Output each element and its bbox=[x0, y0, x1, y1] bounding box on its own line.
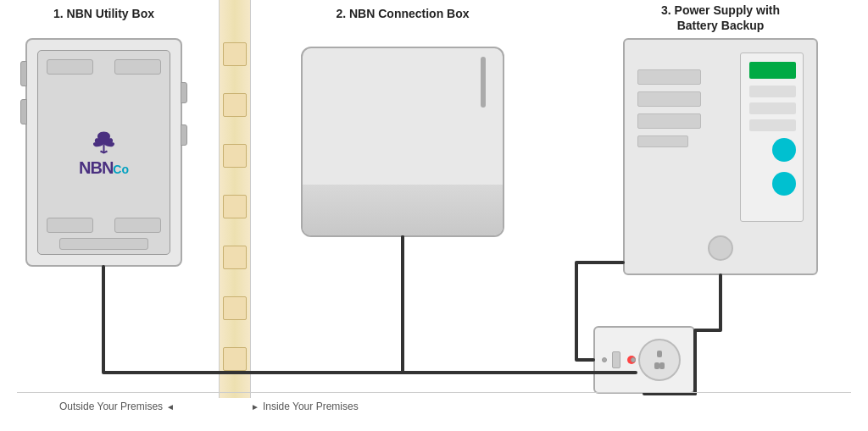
utility-box: NBN Co bbox=[25, 38, 182, 267]
inside-text: Inside Your Premises bbox=[263, 401, 359, 412]
ps-indicator bbox=[749, 119, 796, 131]
nbn-logo-text: NBN bbox=[79, 158, 113, 178]
utility-rect-bottom bbox=[59, 238, 148, 250]
utility-rect bbox=[47, 59, 93, 75]
nbn-logo-co-text: Co bbox=[113, 163, 129, 176]
ps-slot bbox=[637, 69, 701, 85]
outside-text: Outside Your Premises bbox=[59, 401, 163, 412]
utility-rect bbox=[114, 218, 161, 233]
power-supply-title-line2: Battery Backup bbox=[623, 19, 818, 32]
ps-slots-area bbox=[637, 52, 705, 147]
utility-box-title: 1. NBN Utility Box bbox=[25, 7, 182, 20]
connection-box: NBNCo bbox=[301, 47, 504, 237]
wall-segment bbox=[223, 347, 247, 371]
ps-indicator bbox=[749, 86, 796, 97]
inside-premises-label: ► Inside Your Premises bbox=[251, 401, 359, 412]
wall-segment bbox=[223, 195, 247, 218]
connection-box-bottom bbox=[303, 185, 503, 235]
box-tab-right bbox=[181, 124, 187, 146]
box-tab bbox=[20, 99, 27, 124]
ps-slot-small bbox=[637, 135, 688, 147]
wall-segment bbox=[223, 144, 247, 168]
arrow-right-icon: ► bbox=[251, 402, 259, 412]
nbn-bird-icon bbox=[89, 128, 119, 155]
ps-cyan-button-2[interactable] bbox=[772, 172, 796, 196]
utility-rect bbox=[114, 59, 161, 75]
connection-box-title: 2. NBN Connection Box bbox=[301, 7, 504, 20]
power-supply-box bbox=[623, 38, 818, 275]
ps-slot bbox=[637, 91, 701, 107]
outlet-dot bbox=[631, 357, 636, 362]
wall-segment bbox=[223, 246, 247, 269]
diagram-container: 1. NBN Utility Box 2. NBN Connection Box… bbox=[0, 0, 868, 431]
outlet-circle bbox=[638, 339, 681, 381]
wall-segment bbox=[223, 93, 247, 117]
wall-segment bbox=[223, 42, 247, 66]
ps-panel bbox=[740, 52, 804, 222]
outlet-hole bbox=[657, 351, 662, 357]
ps-status-green bbox=[749, 62, 796, 79]
utility-rect bbox=[47, 218, 93, 233]
wall-segment bbox=[223, 296, 247, 320]
ps-bottom-circle bbox=[708, 235, 733, 261]
ps-indicator bbox=[749, 102, 796, 114]
utility-box-inner: NBN Co bbox=[37, 50, 170, 255]
box-tab-right bbox=[181, 82, 187, 103]
outlet-dot bbox=[602, 357, 607, 362]
ps-slot bbox=[637, 113, 701, 129]
power-outlet bbox=[593, 326, 695, 394]
ps-cyan-button-1[interactable] bbox=[772, 138, 796, 162]
outside-premises-label: Outside Your Premises ◄ bbox=[59, 401, 175, 412]
utility-box-logo-area: NBN Co bbox=[79, 128, 129, 178]
outlet-plug bbox=[612, 351, 620, 368]
arrow-left-icon: ◄ bbox=[166, 402, 175, 412]
box-tab bbox=[20, 61, 27, 86]
connection-box-accent bbox=[481, 57, 486, 108]
bottom-divider bbox=[17, 392, 851, 393]
power-supply-title-line1: 3. Power Supply with bbox=[623, 3, 818, 17]
outlet-hole bbox=[659, 362, 665, 369]
